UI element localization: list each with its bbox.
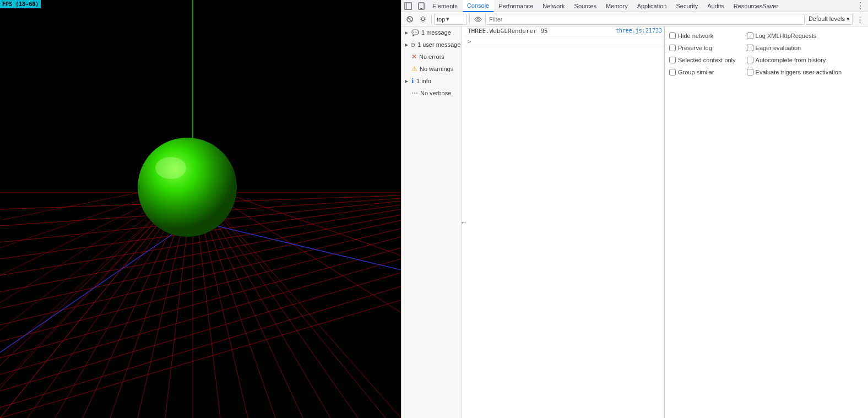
verbose-count-label: No verbose (420, 90, 451, 96)
scene-svg (0, 0, 401, 418)
label-log-xhr: Log XMLHttpRequests (756, 32, 817, 39)
settings-row-autocomplete: Autocomplete from history (747, 54, 842, 66)
info-count-label: 1 info (416, 78, 431, 84)
user-message-icon: ⊖ (410, 41, 415, 48)
tab-network[interactable]: Network (538, 0, 569, 12)
sidebar-arrow-user: ▶ (405, 42, 408, 47)
filter-input[interactable] (485, 14, 805, 25)
svg-rect-49 (405, 3, 411, 9)
checkbox-selected-context[interactable] (669, 57, 676, 63)
sidebar-item-warnings[interactable]: ⚠ No warnings (402, 63, 462, 75)
log-entry-text: THREE.WebGLRenderer 95 (468, 28, 616, 35)
console-prompt-row[interactable]: > (465, 36, 664, 46)
tab-performance[interactable]: Performance (494, 0, 538, 12)
sidebar-item-verbose[interactable]: ⋯ No verbose (402, 87, 462, 99)
settings-row-evaluate-triggers: Evaluate triggers user activation (747, 66, 842, 78)
devtools-panel: Elements Console Performance Network Sou… (401, 0, 868, 418)
fps-badge: FPS (18-60) (0, 0, 41, 8)
message-count-icon: 💬 (411, 29, 419, 36)
tab-sources[interactable]: Sources (570, 0, 601, 12)
canvas-area: FPS (18-60) (0, 0, 401, 418)
label-group-similar: Group similar (678, 69, 714, 75)
sidebar-item-errors[interactable]: ✕ No errors (402, 51, 462, 63)
tab-console[interactable]: Console (463, 0, 494, 12)
tab-resourcessaver[interactable]: ResourcesSaver (729, 0, 783, 12)
checkbox-log-xhr[interactable] (747, 32, 753, 39)
toolbar-sep-2 (469, 15, 470, 24)
label-preserve-log: Preserve log (678, 45, 712, 51)
settings-row-group-similar: Group similar (669, 66, 736, 78)
devtools-device-icon[interactable] (415, 0, 428, 12)
devtools-more-tabs[interactable]: ⋮ (853, 1, 868, 11)
error-icon: ✕ (411, 53, 417, 61)
context-selector-dropdown-icon: ▾ (446, 15, 449, 23)
user-message-label: 1 user message (417, 41, 460, 48)
console-output: THREE.WebGLRenderer 95 three.js:21733 > (465, 26, 664, 418)
warning-count-label: No warnings (420, 66, 453, 72)
svg-line-54 (408, 18, 411, 21)
devtools-inspect-icon[interactable] (402, 0, 415, 12)
label-eager-eval: Eager evaluation (756, 45, 801, 51)
clear-console-button[interactable] (404, 13, 416, 25)
svg-point-47 (138, 138, 237, 237)
sidebar-item-messages[interactable]: ▶ 💬 1 message (402, 26, 462, 39)
default-levels-selector[interactable]: Default levels ▾ (806, 14, 853, 25)
settings-row-hide-network: Hide network (669, 30, 736, 42)
sidebar-arrow-info: ▶ (405, 79, 409, 84)
tab-memory[interactable]: Memory (601, 0, 633, 12)
svg-point-48 (155, 157, 186, 179)
context-selector[interactable]: top ▾ (434, 14, 467, 25)
devtools-tab-bar: Elements Console Performance Network Sou… (402, 0, 868, 12)
eye-button[interactable] (472, 13, 484, 25)
sidebar-item-user-messages[interactable]: ▶ ⊖ 1 user message (402, 39, 462, 51)
tab-elements[interactable]: Elements (428, 0, 463, 12)
tab-security[interactable]: Security (671, 0, 703, 12)
svg-point-55 (422, 18, 425, 20)
console-settings-panel: Hide network Preserve log Selected conte… (664, 26, 868, 418)
checkbox-hide-network[interactable] (669, 32, 676, 39)
console-input-area[interactable] (473, 37, 662, 45)
error-count-label: No errors (419, 53, 444, 60)
verbose-icon: ⋯ (411, 89, 418, 97)
message-count-label: 1 message (421, 29, 451, 36)
label-evaluate-triggers: Evaluate triggers user activation (756, 69, 842, 75)
console-settings-icon[interactable] (417, 13, 429, 25)
checkbox-preserve-log[interactable] (669, 45, 676, 51)
label-autocomplete: Autocomplete from history (756, 57, 826, 63)
warning-icon: ⚠ (411, 65, 417, 73)
console-toolbar: top ▾ Default levels ▾ ⋮ (402, 12, 868, 26)
settings-row-preserve-log: Preserve log (669, 42, 736, 54)
console-log-entry[interactable]: THREE.WebGLRenderer 95 three.js:21733 (465, 26, 664, 36)
settings-row-log-xhr: Log XMLHttpRequests (747, 30, 842, 42)
info-icon: ℹ (411, 77, 414, 85)
toolbar-sep-1 (431, 15, 432, 24)
sidebar-item-info[interactable]: ▶ ℹ 1 info (402, 75, 462, 87)
settings-row-selected-context: Selected context only (669, 54, 736, 66)
svg-rect-52 (420, 8, 422, 9)
checkbox-evaluate-triggers[interactable] (747, 69, 753, 75)
sidebar-arrow-messages: ▶ (405, 30, 409, 35)
console-sidebar: ▶ 💬 1 message ▶ ⊖ 1 user message ✕ No er… (402, 26, 462, 418)
tab-application[interactable]: Application (633, 0, 672, 12)
checkbox-eager-eval[interactable] (747, 45, 753, 51)
checkbox-group-similar[interactable] (669, 69, 676, 75)
svg-point-56 (477, 18, 479, 20)
label-selected-context: Selected context only (678, 57, 736, 63)
devtools-more-options[interactable]: ⋮ (854, 13, 866, 25)
label-hide-network: Hide network (678, 32, 713, 39)
tab-audits[interactable]: Audits (703, 0, 729, 12)
log-entry-source[interactable]: three.js:21733 (616, 28, 662, 34)
console-body: ▶ 💬 1 message ▶ ⊖ 1 user message ✕ No er… (402, 26, 868, 418)
settings-row-eager-eval: Eager evaluation (747, 42, 842, 54)
console-prompt-arrow: > (468, 39, 471, 45)
checkbox-autocomplete[interactable] (747, 57, 753, 63)
